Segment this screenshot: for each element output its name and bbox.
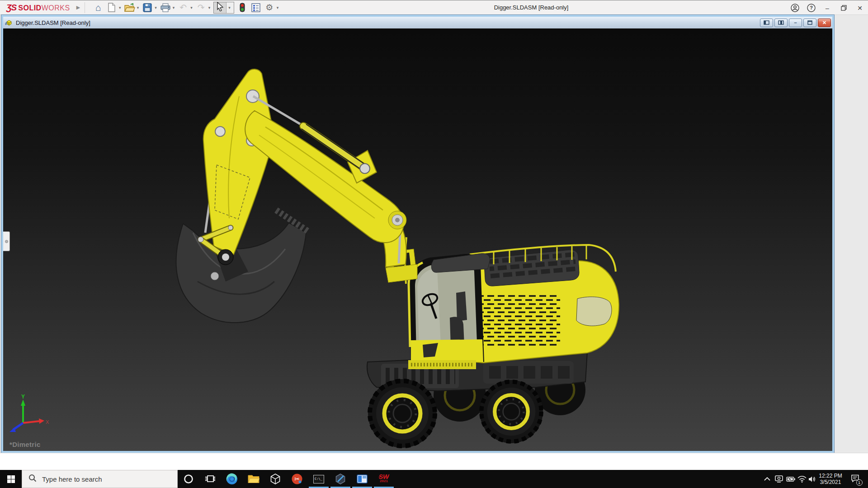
windows-taskbar: ✂ C:\_ SW2021 12:22 PM3/5/2021 1 xyxy=(0,470,868,488)
cursor-arrow-icon xyxy=(214,2,226,13)
app-window-title: Digger.SLDASM [Read-only] xyxy=(271,4,791,11)
action-center-button[interactable]: 1 xyxy=(846,470,863,488)
select-tool-button[interactable]: ▾ xyxy=(213,2,234,14)
x-axis-arrow xyxy=(39,418,44,424)
file-explorer-app-icon[interactable] xyxy=(243,470,264,488)
undo-dropdown-icon[interactable]: ▾ xyxy=(190,5,193,10)
cab[interactable] xyxy=(409,253,490,363)
close-window-button[interactable]: ✕ xyxy=(852,0,868,15)
clock-date: 3/5/2021 xyxy=(819,479,842,485)
save-button[interactable] xyxy=(142,1,153,14)
document-window: Digger.SLDASM [Read-only] – ✕ xyxy=(1,15,834,453)
pane-left-button[interactable] xyxy=(760,19,773,27)
document-window-controls: – ✕ xyxy=(760,19,832,27)
print-button[interactable] xyxy=(160,1,171,14)
command-prompt-app-icon[interactable]: C:\_ xyxy=(308,470,330,488)
restore-window-button[interactable] xyxy=(835,0,852,15)
y-axis-label: Y xyxy=(21,394,25,400)
taskbar-clock[interactable]: 12:22 PM3/5/2021 xyxy=(816,470,844,488)
front-wheel[interactable] xyxy=(368,379,437,448)
solidworks-logo: ƷS SOLID WORKS xyxy=(6,3,70,13)
redo-dropdown-icon[interactable]: ▾ xyxy=(208,5,211,10)
clock-time: 12:22 PM xyxy=(819,473,842,479)
stick-and-bucket-cylinder[interactable] xyxy=(198,69,274,265)
graphics-viewport[interactable]: Y X *Dimetric xyxy=(3,28,832,451)
document-title: Digger.SLDASM [Read-only] xyxy=(16,19,90,26)
document-title-bar[interactable]: Digger.SLDASM [Read-only] – ✕ xyxy=(3,17,832,28)
doc-close-button[interactable]: ✕ xyxy=(818,19,831,27)
start-button[interactable] xyxy=(0,470,22,488)
excavator-model[interactable] xyxy=(3,28,832,451)
window-app-icon[interactable] xyxy=(351,470,373,488)
print-dropdown-icon[interactable]: ▾ xyxy=(173,5,175,10)
seat-back xyxy=(456,291,467,321)
search-icon xyxy=(28,474,37,484)
notification-badge: 1 xyxy=(856,479,863,486)
mdi-workspace: Digger.SLDASM [Read-only] – ✕ xyxy=(0,15,868,453)
redo-button[interactable]: ↷ xyxy=(195,1,207,14)
x-axis-label: X xyxy=(46,419,49,425)
battery-tray-icon[interactable] xyxy=(785,470,796,488)
toolbar-expand-icon[interactable]: ▶ xyxy=(76,5,80,10)
minimize-window-button[interactable]: – xyxy=(819,0,835,15)
new-document-button[interactable] xyxy=(106,1,118,14)
user-account-icon[interactable] xyxy=(787,0,803,15)
open-dropdown-icon[interactable]: ▾ xyxy=(137,5,139,10)
quick-access-toolbar: ⌂ ▾ ▾ ▾ ▾ ↶ ▾ ↷ ▾ ▾ ⚙ ▾ xyxy=(91,0,280,14)
assembly-document-icon xyxy=(5,19,13,26)
new-dropdown-icon[interactable]: ▾ xyxy=(119,5,121,10)
view-orientation-label: *Dimetric xyxy=(9,441,41,448)
open-button[interactable] xyxy=(124,1,136,14)
upper-body[interactable] xyxy=(386,237,619,369)
svg-text:?: ? xyxy=(810,5,813,10)
task-view-button[interactable] xyxy=(199,470,221,488)
solidworks-logo-mark: ƷS xyxy=(6,3,16,13)
display-tray-icon[interactable] xyxy=(774,470,784,488)
help-icon[interactable]: ? xyxy=(803,0,819,15)
y-axis-arrow xyxy=(21,399,25,406)
search-input[interactable] xyxy=(41,475,154,483)
hexagon-app-icon[interactable] xyxy=(330,470,351,488)
snip-app-icon[interactable]: ✂ xyxy=(286,470,308,488)
save-dropdown-icon[interactable]: ▾ xyxy=(155,5,157,10)
edge-app-icon[interactable] xyxy=(221,470,243,488)
cortana-button[interactable] xyxy=(178,470,199,488)
app-window-controls: ? – ✕ xyxy=(787,0,868,15)
select-dropdown-icon[interactable]: ▾ xyxy=(226,2,234,13)
app-title-bar: ƷS SOLID WORKS ▶ ⌂ ▾ ▾ ▾ ▾ ↶ ▾ ↷ ▾ ▾ xyxy=(0,0,868,15)
doc-minimize-button[interactable]: – xyxy=(789,19,802,27)
rebuild-button[interactable] xyxy=(236,1,248,14)
status-bar xyxy=(0,453,868,470)
divider xyxy=(85,2,85,13)
pane-right-button[interactable] xyxy=(774,19,788,27)
feature-panel-collapse-tab[interactable] xyxy=(3,231,10,251)
home-button[interactable]: ⌂ xyxy=(92,1,104,14)
3d-viewer-app-icon[interactable] xyxy=(264,470,286,488)
tray-chevron-icon[interactable] xyxy=(762,470,772,488)
wifi-tray-icon[interactable] xyxy=(797,470,807,488)
solidworks-app-icon[interactable]: SW2021 xyxy=(373,470,395,488)
undo-button[interactable]: ↶ xyxy=(177,1,189,14)
rear-wheel[interactable] xyxy=(480,380,543,443)
file-properties-button[interactable] xyxy=(250,1,262,14)
orientation-triad: Y X xyxy=(8,394,53,439)
doc-restore-button[interactable] xyxy=(803,19,816,27)
taskbar-search[interactable] xyxy=(22,470,178,488)
